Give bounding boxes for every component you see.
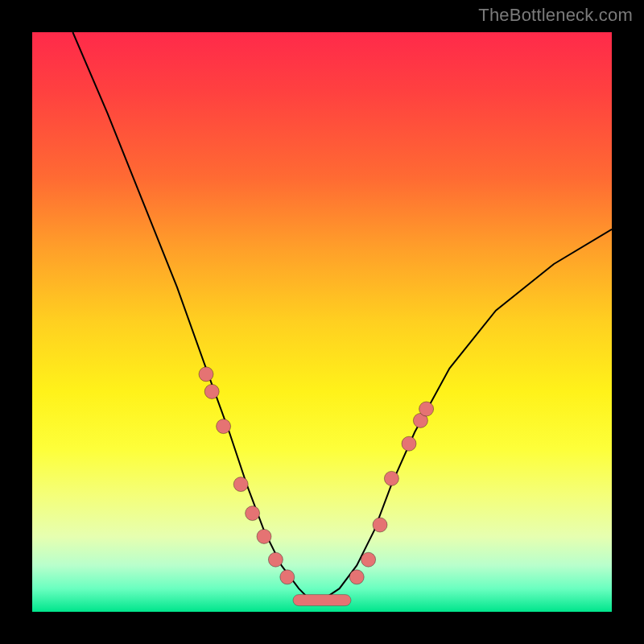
data-dot [384, 471, 398, 485]
bottleneck-curve [72, 32, 612, 601]
data-dot [373, 518, 387, 532]
data-dot [217, 419, 231, 434]
chart-frame: TheBottleneck.com [0, 0, 644, 644]
dots-right-group [349, 402, 433, 584]
data-dot [246, 506, 260, 521]
data-dot [257, 529, 271, 543]
data-dot [268, 552, 283, 567]
data-dot [402, 436, 416, 451]
data-dot [349, 570, 364, 584]
data-dot [361, 552, 376, 567]
data-dot [280, 570, 295, 584]
watermark-text: TheBottleneck.com [478, 5, 633, 26]
data-dot [419, 402, 434, 416]
chart-overlay [32, 32, 612, 612]
flat-bottom-segment [293, 595, 351, 606]
data-dot [199, 367, 213, 382]
data-dot [233, 477, 248, 492]
data-dot [204, 384, 219, 398]
dots-left-group [199, 367, 295, 584]
